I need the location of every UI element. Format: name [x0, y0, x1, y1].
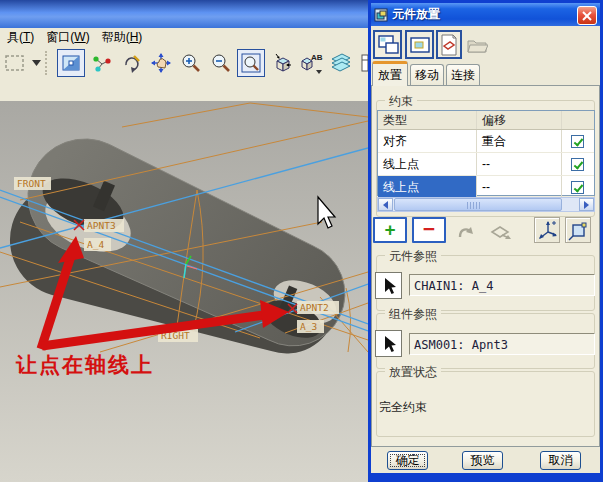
zoom-fit-icon [240, 52, 262, 74]
open-folder-icon [466, 34, 488, 56]
toolbar-spacer [0, 78, 368, 102]
dialog-icon [374, 8, 388, 22]
component-ref-select-button[interactable] [375, 272, 402, 299]
placement-status-value: 完全约束 [379, 399, 427, 416]
application-window: 具(T) 窗口(W) 帮助(H) [0, 0, 603, 482]
constraint-offset-cell[interactable]: -- [477, 153, 562, 175]
fix-location-button[interactable] [565, 217, 591, 243]
constraint-type-cell[interactable]: 对齐 [378, 130, 477, 152]
constraint-offset-cell[interactable]: 重合 [477, 130, 562, 152]
move-with-triad-button[interactable] [534, 217, 560, 243]
tab-connect[interactable]: 连接 [446, 64, 480, 85]
front-plane-label[interactable]: FRONT [17, 178, 46, 189]
same-window-button[interactable] [405, 30, 434, 59]
scroll-left-button[interactable] [378, 198, 393, 211]
component-ref-title: 元件参照 [385, 248, 441, 265]
constraints-table-header: 类型 偏移 [378, 111, 594, 130]
cancel-button[interactable]: 取消 [540, 451, 581, 470]
add-constraint-button[interactable]: + [373, 217, 407, 243]
scroll-left-icon [383, 201, 388, 209]
assembly-ref-field[interactable]: ASM001: Apnt3 [409, 333, 595, 355]
apnt3-point-label[interactable]: APNT3 [87, 220, 116, 231]
constraint-row[interactable]: 线上点 -- [378, 153, 594, 176]
menu-help[interactable]: 帮助(H) [97, 28, 150, 48]
a4-axis-label[interactable]: A_4 [87, 239, 104, 250]
constraint-enabled-checkbox[interactable] [571, 135, 584, 148]
menu-window[interactable]: 窗口(W) [41, 28, 96, 48]
minus-icon: − [423, 218, 435, 239]
undo-arrow-icon [454, 219, 476, 241]
separate-window-icon [376, 33, 400, 57]
column-header-enabled[interactable] [562, 111, 592, 129]
scroll-right-icon [584, 201, 589, 209]
preview-button[interactable]: 预览 [462, 451, 503, 470]
flip-icon [488, 219, 512, 241]
reorient-view-button[interactable] [267, 49, 295, 77]
pan-hand-icon [150, 52, 172, 74]
constraint-type-cell[interactable]: 线上点 [378, 176, 477, 198]
datum-plane-icon [60, 52, 82, 74]
layers-button[interactable] [327, 49, 355, 77]
column-header-offset[interactable]: 偏移 [477, 111, 562, 129]
component-placement-dialog: 元件放置 [368, 0, 603, 482]
constraints-group-title: 约束 [385, 93, 417, 110]
triad-arrows-icon [536, 219, 558, 241]
svg-text:AB: AB [311, 53, 323, 62]
a3-axis-label[interactable]: A_3 [300, 321, 317, 332]
flip-constraint-button [485, 217, 515, 243]
constraint-row[interactable]: 对齐 重合 [378, 130, 594, 153]
close-icon [582, 11, 592, 21]
constraint-offset-cell[interactable]: -- [477, 176, 562, 198]
open-button [464, 30, 490, 59]
rename-ab-icon: AB [298, 51, 324, 75]
create-datum-button[interactable] [436, 30, 462, 59]
selection-filter-dropdown[interactable] [30, 52, 42, 74]
spin-center-button[interactable] [117, 49, 145, 77]
constraint-row-selected[interactable]: 线上点 -- [378, 176, 594, 199]
component-ref-field[interactable]: CHAIN1: A_4 [409, 274, 595, 296]
column-header-type[interactable]: 类型 [378, 111, 477, 129]
pan-button[interactable] [147, 49, 175, 77]
zoom-out-icon [210, 52, 232, 74]
annotation-text: 让点在轴线上 [15, 353, 154, 377]
graphics-viewport[interactable]: FRONT RIGHT APNT3 A_4 APNT2 A_3 [0, 101, 368, 482]
fix-component-icon [567, 219, 589, 241]
datum-axis-display-button[interactable] [87, 49, 115, 77]
menu-bar: 具(T) 窗口(W) 帮助(H) [0, 28, 370, 47]
datum-plane-display-button[interactable] [57, 49, 85, 77]
tab-placement[interactable]: 放置 [372, 61, 408, 86]
placement-status-title: 放置状态 [385, 364, 441, 381]
zoom-in-button[interactable] [177, 49, 205, 77]
constraint-enabled-checkbox[interactable] [571, 158, 584, 171]
zoom-fit-button[interactable] [237, 49, 265, 77]
datum-axis-icon [90, 52, 112, 74]
assembly-ref-title: 组件参照 [385, 306, 441, 323]
close-button[interactable] [577, 6, 597, 25]
create-datum-icon [438, 33, 460, 57]
constraints-hscrollbar[interactable] [377, 197, 595, 212]
selection-filter-button[interactable] [1, 49, 29, 77]
assembly-ref-select-button[interactable] [375, 330, 402, 357]
apnt2-point-label[interactable]: APNT2 [300, 302, 329, 313]
reorient-view-icon [270, 52, 292, 74]
constraints-table: 类型 偏移 对齐 重合 线上点 -- 线上点 -- [377, 110, 595, 196]
select-arrow-icon [381, 335, 397, 353]
tab-move[interactable]: 移动 [410, 64, 444, 85]
dialog-title: 元件放置 [392, 6, 440, 23]
scroll-right-button[interactable] [579, 198, 594, 211]
main-toolbar: AB [0, 47, 368, 78]
menu-tools[interactable]: 具(T) [2, 28, 41, 48]
scrollbar-thumb[interactable] [394, 198, 562, 211]
dialog-titlebar[interactable]: 元件放置 [371, 3, 600, 26]
constraint-type-cell[interactable]: 线上点 [378, 153, 477, 175]
spin-center-icon [120, 52, 142, 74]
rename-button[interactable]: AB [297, 49, 325, 77]
ok-button[interactable]: 确定 [387, 451, 428, 470]
zoom-in-icon [180, 52, 202, 74]
constraint-enabled-checkbox[interactable] [571, 181, 584, 194]
undo-constraint-button [451, 217, 479, 243]
same-window-icon [408, 33, 432, 57]
remove-constraint-button[interactable]: − [412, 217, 446, 243]
separate-window-button[interactable] [373, 30, 402, 59]
zoom-out-button[interactable] [207, 49, 235, 77]
